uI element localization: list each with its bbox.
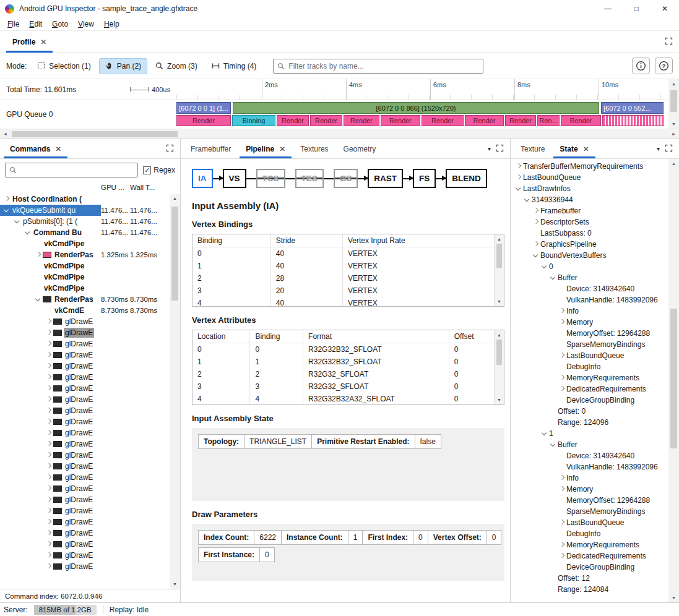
info-button[interactable]: [632, 58, 650, 74]
expander-icon[interactable]: [45, 384, 53, 393]
state-row[interactable]: Range: 124084: [511, 584, 668, 595]
expand-icon[interactable]: [665, 37, 673, 47]
scrollbar-thumb[interactable]: [670, 309, 677, 449]
state-row[interactable]: Offset: 12: [511, 573, 668, 584]
render-pass-span[interactable]: [6072 0 0 866] (1520x720): [233, 102, 599, 114]
expander-icon[interactable]: [45, 484, 53, 493]
command-row[interactable]: Host Coordination (: [0, 194, 170, 205]
expander-icon[interactable]: [45, 540, 53, 549]
gpu-slice[interactable]: Render: [561, 115, 601, 126]
state-row[interactable]: Range: 124096: [511, 417, 668, 428]
state-row[interactable]: MemoryRequirements: [511, 539, 668, 550]
state-row[interactable]: Memory: [511, 484, 668, 495]
expander-icon[interactable]: [45, 373, 53, 382]
expander-icon[interactable]: [532, 240, 540, 249]
state-row[interactable]: SparseMemoryBindings: [511, 339, 668, 350]
command-search-input[interactable]: [20, 166, 134, 174]
expander-icon[interactable]: [45, 429, 53, 437]
gpu-slice[interactable]: Render: [505, 115, 536, 126]
table-scrollbar[interactable]: ▲ ▼: [495, 330, 504, 404]
expander-icon[interactable]: [34, 295, 43, 304]
gpu-slice[interactable]: Render: [422, 115, 464, 126]
tab-commands[interactable]: Commands✕: [2, 139, 69, 158]
expander-icon[interactable]: [523, 195, 532, 204]
expand-icon[interactable]: [665, 144, 673, 154]
mode-button-selection-1[interactable]: Selection (1): [31, 58, 97, 74]
state-row[interactable]: Buffer: [511, 439, 668, 450]
state-row[interactable]: BoundVertexBuffers: [511, 250, 668, 261]
command-row[interactable]: glDrawE: [0, 450, 170, 461]
command-row[interactable]: glDrawE: [0, 539, 170, 550]
expander-icon[interactable]: [45, 340, 53, 348]
command-row[interactable]: glDrawE: [0, 438, 170, 450]
command-row[interactable]: glDrawE: [0, 394, 170, 405]
scrollbar-track[interactable]: [495, 340, 504, 395]
scroll-up-icon[interactable]: ▲: [668, 79, 679, 88]
menu-item-view[interactable]: View: [73, 19, 99, 30]
command-row[interactable]: glDrawE: [0, 528, 170, 539]
expander-icon[interactable]: [2, 195, 11, 203]
scroll-down-icon[interactable]: ▼: [495, 395, 504, 404]
expander-icon[interactable]: [45, 495, 53, 504]
gpu-slice[interactable]: Binning: [232, 115, 275, 126]
state-row[interactable]: VulkanHandle: 1483992096: [511, 461, 668, 473]
expander-icon[interactable]: [514, 162, 523, 171]
expand-icon[interactable]: [166, 144, 174, 154]
menu-item-help[interactable]: Help: [99, 19, 124, 30]
command-row[interactable]: Command Bu11.476...11.476...: [0, 227, 170, 238]
expander-icon[interactable]: [45, 328, 53, 337]
command-row[interactable]: RenderPas1.325ms1.325ms: [0, 249, 170, 260]
pipeline-stage-tes[interactable]: TES: [295, 169, 324, 188]
state-row[interactable]: DebugInfo: [511, 528, 668, 539]
state-row[interactable]: Info: [511, 473, 668, 484]
state-row[interactable]: TransferBufferMemoryRequirements: [511, 161, 668, 172]
gpu-slice[interactable]: Render: [310, 115, 342, 126]
state-row[interactable]: Device: 3149342640: [511, 283, 668, 294]
expander-icon[interactable]: [558, 541, 566, 549]
state-row[interactable]: LastBoundQueue: [511, 350, 668, 361]
pipeline-stage-fs[interactable]: FS: [413, 169, 436, 188]
render-pass-span[interactable]: [6072 0 0 1] (1...: [176, 102, 231, 114]
filter-input[interactable]: [288, 62, 479, 71]
state-row[interactable]: LastBoundQueue: [511, 172, 668, 183]
state-row[interactable]: DescriptorSets: [511, 216, 668, 228]
expander-icon[interactable]: [45, 551, 53, 560]
command-row[interactable]: RenderPas8.730ms8.730ms: [0, 294, 170, 305]
expander-icon[interactable]: [532, 251, 540, 260]
close-button[interactable]: ✕: [651, 0, 679, 17]
expander-icon[interactable]: [24, 228, 32, 237]
pipeline-stage-tcs[interactable]: TCS: [256, 169, 285, 188]
command-row[interactable]: vkCmdPipe: [0, 283, 170, 294]
state-row[interactable]: MemoryOffset: 12964288: [511, 495, 668, 506]
scrollbar-track[interactable]: [170, 203, 180, 580]
state-row[interactable]: Offset: 0: [511, 406, 668, 417]
expander-icon[interactable]: [549, 273, 558, 282]
scroll-down-icon[interactable]: ▼: [170, 580, 180, 589]
expander-icon[interactable]: [558, 318, 566, 327]
regex-checkbox[interactable]: ✓: [143, 166, 151, 174]
pipeline-stage-vs[interactable]: VS: [223, 169, 246, 188]
menu-item-file[interactable]: File: [2, 19, 24, 30]
expander-icon[interactable]: [532, 218, 540, 226]
scroll-up-icon[interactable]: ▲: [170, 194, 180, 203]
gpu-slice[interactable]: Render: [277, 115, 309, 126]
expander-icon[interactable]: [45, 518, 53, 526]
expander-icon[interactable]: [558, 474, 566, 482]
state-row[interactable]: Memory: [511, 317, 668, 328]
command-row[interactable]: vkCmdPipe: [0, 272, 170, 283]
expander-icon[interactable]: [45, 406, 53, 415]
scroll-right-icon[interactable]: ►: [668, 129, 679, 139]
expander-icon[interactable]: [45, 417, 53, 426]
expander-icon[interactable]: [45, 462, 53, 471]
expander-icon[interactable]: [45, 317, 53, 326]
close-icon[interactable]: ✕: [279, 145, 285, 153]
pipeline-stage-blend[interactable]: BLEND: [446, 169, 487, 188]
scrollbar-track[interactable]: [668, 88, 679, 119]
scroll-down-icon[interactable]: ▼: [668, 119, 679, 129]
state-row[interactable]: 1: [511, 428, 668, 439]
wall-column-header[interactable]: Wall T...: [130, 184, 159, 191]
command-row[interactable]: glDrawE: [0, 383, 170, 394]
command-row[interactable]: glDrawE: [0, 405, 170, 416]
render-pass-span[interactable]: [6072 0 0 552...: [601, 102, 664, 114]
close-icon[interactable]: ✕: [55, 145, 61, 153]
